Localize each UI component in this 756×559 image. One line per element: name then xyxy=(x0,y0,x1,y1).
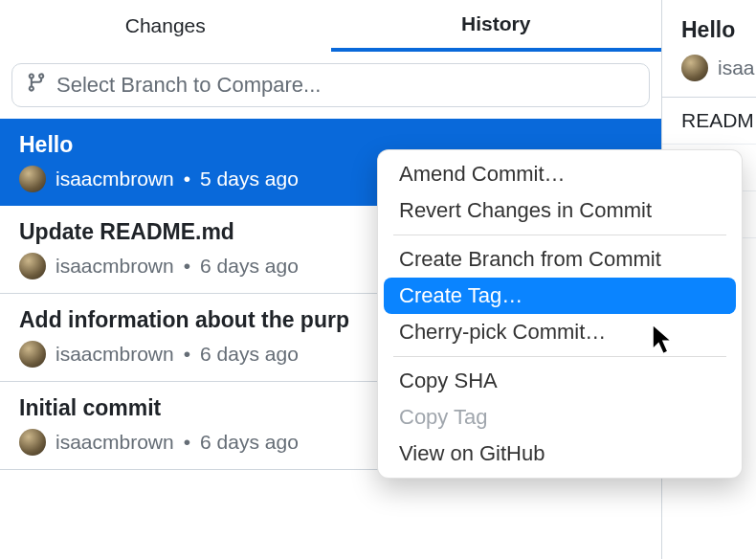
meta-separator: • xyxy=(184,431,190,454)
commit-time: 6 days ago xyxy=(200,343,299,366)
meta-separator: • xyxy=(184,255,190,278)
tab-history[interactable]: History xyxy=(331,0,662,52)
menu-create-tag[interactable]: Create Tag… xyxy=(384,278,736,314)
commit-author: isaacmbrown xyxy=(56,343,174,366)
menu-separator xyxy=(393,235,726,235)
avatar xyxy=(19,341,46,368)
commit-time: 5 days ago xyxy=(200,168,299,190)
avatar xyxy=(681,55,708,81)
menu-cherry-pick[interactable]: Cherry-pick Commit… xyxy=(384,314,736,350)
tab-changes[interactable]: Changes xyxy=(0,0,331,52)
menu-create-branch[interactable]: Create Branch from Commit xyxy=(384,241,736,278)
menu-copy-sha[interactable]: Copy SHA xyxy=(384,363,736,399)
avatar xyxy=(19,166,46,192)
commit-detail-title: Hello xyxy=(662,0,756,51)
menu-separator xyxy=(393,356,726,357)
meta-separator: • xyxy=(184,168,190,190)
menu-revert-commit[interactable]: Revert Changes in Commit xyxy=(384,192,736,229)
menu-view-on-github[interactable]: View on GitHub xyxy=(384,436,736,472)
commit-author: isaacmbrown xyxy=(56,431,174,454)
branch-compare-button[interactable]: Select Branch to Compare... xyxy=(11,63,650,107)
menu-amend-commit[interactable]: Amend Commit… xyxy=(384,156,736,192)
branch-compare-placeholder: Select Branch to Compare... xyxy=(56,73,321,98)
commit-author: isaacmbrown xyxy=(56,168,174,190)
avatar xyxy=(19,253,46,280)
commit-context-menu: Amend Commit… Revert Changes in Commit C… xyxy=(377,149,743,479)
menu-copy-tag: Copy Tag xyxy=(384,399,736,436)
commit-detail-author: isaa xyxy=(718,56,755,79)
git-branch-icon xyxy=(26,72,47,99)
commit-time: 6 days ago xyxy=(200,255,299,278)
file-row[interactable]: READM xyxy=(662,98,756,145)
meta-separator: • xyxy=(184,343,190,366)
cursor-icon xyxy=(651,324,676,360)
commit-time: 6 days ago xyxy=(200,431,299,454)
commit-author: isaacmbrown xyxy=(56,255,174,278)
panel-tabs: Changes History xyxy=(0,0,661,52)
avatar xyxy=(19,429,46,456)
